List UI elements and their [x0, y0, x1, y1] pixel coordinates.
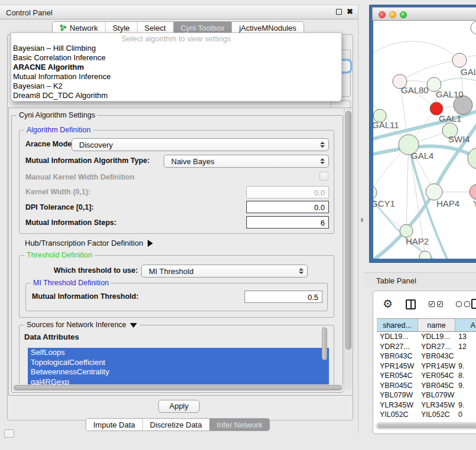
algorithm-option-bayesian-hill-climbing[interactable]: Bayesian – Hill Climbing — [11, 44, 341, 53]
table-scroll-thumb[interactable] — [377, 423, 476, 428]
tab-infer-network[interactable]: Infer Network — [210, 419, 269, 431]
collapsed-arrow-icon[interactable] — [148, 240, 153, 247]
node-hap4[interactable] — [426, 184, 442, 200]
checked-box-icon: ✓ — [437, 301, 443, 307]
algorithm-dropdown-popup: Select algorithm to view settings Bayesi… — [11, 32, 342, 102]
zoom-traffic-light-icon[interactable] — [400, 11, 407, 18]
table-row[interactable]: YDL19...YDL19...13 — [377, 332, 476, 342]
tab-style[interactable]: Style — [106, 22, 138, 34]
tab-impute-data[interactable]: Impute Data — [86, 419, 143, 431]
settings-horizontal-scrollbar[interactable] — [13, 384, 346, 391]
table-cell — [455, 351, 476, 361]
tab-discretize-data[interactable]: Discretize Data — [143, 419, 210, 431]
tab-jactivemnodules[interactable]: jActiveMNodules — [232, 22, 304, 34]
table-row[interactable]: YLR345WYLR345W9. — [377, 400, 476, 410]
table-row[interactable]: YBR045CYBR045C9. — [377, 381, 476, 391]
attribute-item-topologicalcoefficient[interactable]: TopologicalCoefficient — [28, 358, 329, 368]
kernel-width-field[interactable]: 0.0 — [246, 186, 329, 198]
network-canvas[interactable]: GALGAL80GAL10GAL1GAL11SWI4GAL4GCY1HAP4YH… — [373, 21, 476, 259]
partial-toolbar-icon[interactable] — [471, 299, 476, 309]
node-gcy1[interactable] — [373, 185, 377, 200]
hub-definition-section[interactable]: Hub/Transcription Factor Definition — [25, 239, 153, 247]
which-threshold-combo[interactable]: MI Threshold — [141, 265, 308, 278]
node-top-partial[interactable] — [471, 21, 476, 34]
expanded-arrow-icon[interactable] — [130, 323, 137, 328]
table-row[interactable]: YBL079WYBL079W — [377, 390, 476, 400]
node-label-hap2: HAP2 — [406, 236, 429, 246]
mi-algorithm-type-combo[interactable]: Naive Bayes — [164, 155, 329, 168]
table-toolbar: ⚙ ✓ ✓ — [373, 291, 476, 317]
panel-divider-grip[interactable] — [361, 218, 363, 222]
attribute-item-selfloops[interactable]: SelfLoops — [28, 348, 329, 358]
node-label-gal: GAL — [461, 67, 476, 77]
tab-label: Cyni Toolbox — [181, 24, 224, 32]
table-cell: 9. — [455, 381, 476, 391]
columns-icon[interactable] — [406, 299, 416, 309]
node-gal-pink[interactable] — [452, 53, 467, 67]
tab-select[interactable]: Select — [138, 22, 174, 34]
table-cell: YLR345W — [418, 400, 455, 410]
algorithm-option-bayesian-k2[interactable]: Bayesian – K2 — [11, 81, 341, 91]
deselect-all-columns-icon[interactable] — [456, 301, 470, 307]
column-header-name[interactable]: name — [418, 319, 455, 331]
close-traffic-light-icon[interactable] — [379, 11, 386, 18]
node-bottom[interactable] — [419, 251, 431, 259]
table-row[interactable]: YDR27...YDR27...12 — [377, 342, 476, 352]
data-attributes-label: Data Attributes — [24, 332, 79, 341]
node-label-gal1: GAL1 — [439, 113, 461, 123]
network-window-titlebar[interactable] — [372, 7, 476, 21]
mi-threshold-field[interactable]: 0.5 — [244, 291, 322, 303]
algorithm-option-basic-correlation-inference[interactable]: Basic Correlation Inference — [11, 53, 341, 63]
node-label-gal4: GAL4 — [411, 151, 433, 161]
sources-title-row[interactable]: Sources for Network Inference — [24, 321, 139, 329]
algorithm-option-aracne-algorithm[interactable]: ARACNE Algorithm — [11, 63, 341, 72]
dpi-tolerance-field[interactable]: 0.0 — [246, 201, 329, 213]
table-window: ⚙ ✓ ✓ shared...nameA YDL19...YDL19...13Y… — [373, 291, 476, 434]
node-big-right[interactable] — [468, 148, 476, 169]
table-row[interactable]: YIL052CYIL052C0 — [377, 410, 476, 419]
attributes-list-scrollbar[interactable] — [322, 327, 327, 360]
algorithm-option-dream8-dc-tdc-algorithm[interactable]: Dream8 DC_TDC Algorithm — [11, 91, 341, 100]
node-label-gal10: GAL10 — [436, 89, 464, 99]
algorithm-definition-group: Algorithm Definition Aracne Mode: Discov… — [19, 130, 334, 234]
data-attributes-list[interactable]: SelfLoopsTopologicalCoefficientBetweenne… — [28, 348, 329, 386]
network-icon — [60, 24, 67, 31]
dock-panel-icon[interactable] — [4, 429, 14, 438]
column-header-shared[interactable]: shared... — [377, 319, 418, 331]
tab-network[interactable]: Network — [53, 22, 106, 34]
table-row[interactable]: YPR145WYPR145W9. — [377, 361, 476, 371]
node-label-gal11: GAL11 — [373, 120, 399, 130]
aracne-mode-combo[interactable]: Discovery — [71, 138, 329, 151]
select-all-columns-icon[interactable]: ✓ ✓ — [429, 301, 443, 307]
network-view-window: GALGAL80GAL10GAL1GAL11SWI4GAL4GCY1HAP4YH… — [369, 5, 476, 263]
float-window-icon[interactable] — [336, 9, 342, 15]
table-cell: YBL079W — [418, 390, 455, 400]
mi-steps-field[interactable]: 6 — [246, 216, 329, 229]
manual-kernel-width-checkbox[interactable] — [319, 172, 328, 181]
column-header-a[interactable]: A — [455, 319, 476, 331]
table-cell: YIL052C — [418, 410, 455, 419]
gear-icon[interactable]: ⚙ — [383, 298, 393, 310]
vertical-scroll-thumb[interactable] — [345, 111, 351, 350]
table-horizontal-scrollbar[interactable] — [376, 422, 476, 429]
node-hap2[interactable] — [400, 224, 413, 237]
control-panel-window: Control Panel ✖ NetworkStyleSelectCyni T… — [0, 5, 358, 433]
minimize-traffic-light-icon[interactable] — [389, 11, 396, 18]
apply-button[interactable]: Apply — [158, 400, 200, 413]
node-salmon[interactable] — [470, 184, 476, 200]
settings-vertical-scrollbar[interactable] — [344, 109, 352, 390]
horizontal-scroll-thumb[interactable] — [14, 385, 342, 390]
node-label-gal80: GAL80 — [401, 85, 429, 95]
close-icon[interactable]: ✖ — [347, 8, 353, 16]
network-edge — [400, 60, 459, 81]
table-cell: YDR27... — [377, 342, 418, 352]
table-cell: YER054C — [377, 371, 418, 381]
algorithm-option-mutual-information-inference[interactable]: Mutual Information Inference — [11, 72, 341, 81]
network-graph[interactable]: GALGAL80GAL10GAL1GAL11SWI4GAL4GCY1HAP4YH… — [373, 21, 476, 259]
attribute-item-betweennesscentrality[interactable]: BetweennessCentrality — [28, 367, 329, 377]
tab-label: Network — [70, 24, 98, 32]
table-row[interactable]: YBR043CYBR043C — [377, 351, 476, 361]
kernel-width-label: Kernel Width (0,1): — [25, 188, 90, 196]
table-row[interactable]: YER054CYER054C8. — [377, 371, 476, 381]
tab-cyni-toolbox[interactable]: Cyni Toolbox — [174, 22, 232, 34]
